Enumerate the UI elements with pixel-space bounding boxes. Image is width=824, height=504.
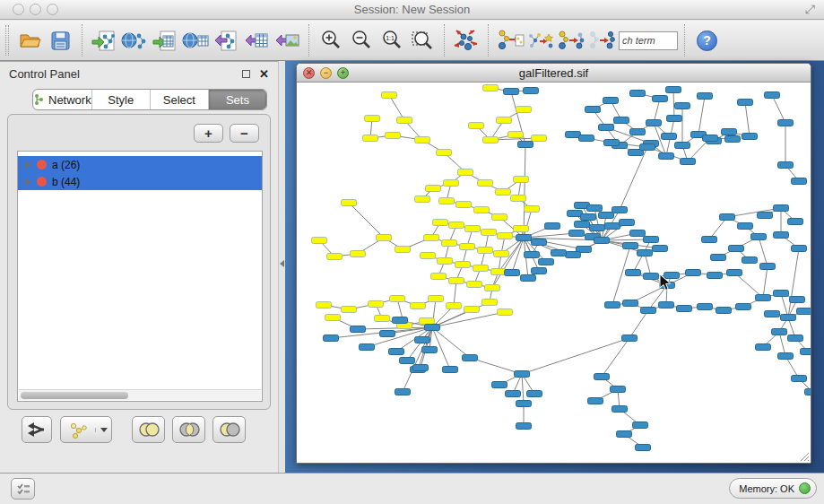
graph-node-blue[interactable] bbox=[612, 406, 628, 413]
graph-node-blue[interactable] bbox=[765, 311, 780, 317]
graph-node-blue[interactable] bbox=[400, 358, 415, 364]
graph-node-yellow[interactable] bbox=[377, 235, 392, 241]
graph-node-yellow[interactable] bbox=[494, 251, 509, 257]
graph-node-yellow[interactable] bbox=[415, 196, 430, 203]
graph-node-blue[interactable] bbox=[675, 103, 690, 109]
graph-node-yellow[interactable] bbox=[483, 85, 499, 91]
graph-node-blue[interactable] bbox=[380, 331, 395, 337]
graph-node-yellow[interactable] bbox=[363, 135, 378, 142]
graph-node-blue[interactable] bbox=[778, 120, 794, 126]
import-table-from-web-button[interactable] bbox=[180, 24, 211, 56]
graph-node-blue[interactable] bbox=[594, 374, 610, 380]
graph-node-yellow[interactable] bbox=[369, 301, 384, 308]
network-graph[interactable] bbox=[297, 83, 811, 463]
graph-node-blue[interactable] bbox=[790, 297, 805, 303]
graph-node-blue[interactable] bbox=[751, 234, 767, 240]
graph-node-blue[interactable] bbox=[612, 207, 628, 213]
graph-node-blue[interactable] bbox=[711, 255, 726, 261]
graph-node-yellow[interactable] bbox=[456, 202, 472, 208]
graph-node-blue[interactable] bbox=[630, 91, 646, 97]
remove-set-button[interactable]: − bbox=[230, 124, 259, 143]
graph-node-blue[interactable] bbox=[594, 238, 610, 244]
graph-node-blue[interactable] bbox=[716, 308, 732, 314]
apply-preferred-layout-button[interactable] bbox=[451, 24, 481, 56]
difference-sets-button[interactable] bbox=[213, 416, 246, 443]
panel-splitter[interactable] bbox=[278, 61, 285, 473]
graph-node-yellow[interactable] bbox=[439, 198, 455, 204]
graph-node-yellow[interactable] bbox=[511, 196, 526, 202]
expander-triangle-icon[interactable] bbox=[25, 178, 31, 186]
zoom-actual-size-button[interactable]: 1:1 bbox=[377, 24, 407, 56]
graph-node-blue[interactable] bbox=[425, 325, 440, 331]
graph-node-yellow[interactable] bbox=[431, 274, 447, 280]
graph-node-blue[interactable] bbox=[636, 445, 651, 451]
tab-style[interactable]: Style bbox=[92, 90, 151, 109]
graph-node-blue[interactable] bbox=[605, 302, 620, 308]
style-dropdown-arrow[interactable] bbox=[95, 428, 111, 432]
graph-node-blue[interactable] bbox=[521, 275, 536, 282]
graph-node-yellow[interactable] bbox=[478, 180, 493, 187]
graph-node-blue[interactable] bbox=[792, 178, 807, 185]
graph-node-blue[interactable] bbox=[681, 159, 696, 165]
network-frame[interactable]: ✕ − + galFiltered.sif bbox=[296, 63, 811, 464]
graph-node-blue[interactable] bbox=[662, 134, 677, 140]
graph-node-yellow[interactable] bbox=[442, 240, 457, 247]
hide-selected-button[interactable] bbox=[556, 24, 586, 56]
export-table-button[interactable] bbox=[241, 24, 272, 56]
graph-node-yellow[interactable] bbox=[478, 248, 493, 254]
graph-node-yellow[interactable] bbox=[485, 285, 500, 291]
graph-node-blue[interactable] bbox=[742, 257, 758, 264]
set-list-item[interactable]: a (26) bbox=[18, 156, 262, 173]
graph-node-blue[interactable] bbox=[581, 214, 596, 221]
graph-node-blue[interactable] bbox=[415, 337, 430, 343]
graph-node-yellow[interactable] bbox=[433, 220, 448, 226]
graph-node-blue[interactable] bbox=[599, 213, 614, 219]
graph-node-blue[interactable] bbox=[720, 214, 735, 221]
window-titlebar[interactable]: Session: New Session ⤢ bbox=[0, 0, 824, 20]
import-table-from-file-button[interactable] bbox=[150, 24, 180, 56]
graph-node-yellow[interactable] bbox=[382, 92, 397, 99]
graph-node-blue[interactable] bbox=[788, 219, 803, 225]
graph-node-blue[interactable] bbox=[532, 239, 547, 246]
graph-node-blue[interactable] bbox=[633, 422, 648, 429]
graph-node-blue[interactable] bbox=[630, 129, 646, 135]
graph-node-yellow[interactable] bbox=[458, 169, 473, 176]
set-list-item[interactable]: b (44) bbox=[18, 173, 262, 190]
graph-node-yellow[interactable] bbox=[327, 254, 343, 260]
graph-node-blue[interactable] bbox=[727, 270, 742, 276]
graph-node-yellow[interactable] bbox=[514, 177, 529, 183]
graph-node-blue[interactable] bbox=[760, 264, 776, 270]
graph-node-blue[interactable] bbox=[351, 326, 366, 333]
graph-node-blue[interactable] bbox=[422, 347, 438, 353]
graph-node-yellow[interactable] bbox=[424, 235, 439, 241]
graph-node-blue[interactable] bbox=[774, 205, 789, 212]
graph-node-blue[interactable] bbox=[622, 335, 638, 342]
scrollbar-thumb[interactable] bbox=[21, 392, 128, 399]
graph-node-blue[interactable] bbox=[566, 252, 581, 258]
create-style-button[interactable] bbox=[60, 416, 112, 443]
graph-node-blue[interactable] bbox=[587, 205, 603, 212]
graph-node-blue[interactable] bbox=[604, 140, 620, 146]
graph-node-yellow[interactable] bbox=[429, 296, 444, 302]
graph-node-yellow[interactable] bbox=[386, 133, 401, 139]
graph-node-blue[interactable] bbox=[756, 295, 771, 301]
graph-node-blue[interactable] bbox=[360, 344, 375, 351]
graph-node-blue[interactable] bbox=[545, 223, 560, 230]
graph-node-blue[interactable] bbox=[463, 355, 478, 361]
graph-node-yellow[interactable] bbox=[426, 186, 441, 192]
graph-node-blue[interactable] bbox=[599, 125, 614, 131]
toolbar-drag-handle[interactable] bbox=[5, 25, 9, 56]
graph-node-blue[interactable] bbox=[774, 291, 789, 297]
graph-node-blue[interactable] bbox=[614, 117, 629, 124]
graph-node-blue[interactable] bbox=[506, 391, 521, 397]
graph-node-blue[interactable] bbox=[801, 349, 811, 355]
graph-node-blue[interactable] bbox=[707, 273, 723, 279]
graph-node-blue[interactable] bbox=[702, 237, 717, 243]
graph-node-blue[interactable] bbox=[756, 344, 771, 351]
import-network-from-web-button[interactable] bbox=[119, 24, 150, 56]
graph-node-yellow[interactable] bbox=[516, 107, 532, 113]
export-network-button[interactable] bbox=[211, 24, 241, 56]
set-list[interactable]: a (26)b (44) bbox=[17, 151, 263, 402]
graph-node-yellow[interactable] bbox=[498, 233, 513, 239]
graph-node-blue[interactable] bbox=[524, 88, 539, 94]
